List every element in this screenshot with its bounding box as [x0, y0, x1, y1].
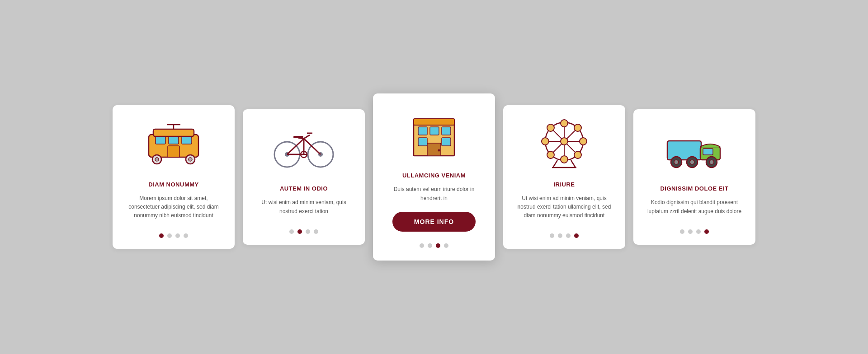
- dot-2: [306, 229, 310, 234]
- svg-line-49: [553, 160, 557, 168]
- dot-2: [175, 233, 180, 238]
- svg-rect-5: [169, 137, 179, 144]
- svg-point-43: [542, 138, 549, 145]
- card-truck-text: Kodio dignissim qui blandit praesent lup…: [644, 198, 745, 215]
- svg-point-46: [574, 124, 581, 131]
- card-tram-dots: [159, 229, 188, 238]
- svg-rect-27: [414, 119, 454, 125]
- bicycle-icon: [272, 123, 335, 172]
- card-tram-title: DIAM NONUMMY: [148, 181, 198, 188]
- tram-icon: [142, 119, 205, 168]
- dot-0: [289, 229, 294, 234]
- card-bicycle-text: Ut wisi enim ad minim veniam, quis nostr…: [254, 198, 354, 215]
- dot-0: [159, 233, 164, 238]
- card-tram: DIAM NONUMMY Morem ipsum dolor sit amet,…: [113, 105, 235, 249]
- dot-1: [167, 233, 172, 238]
- dot-3: [314, 229, 318, 234]
- card-truck: DIGNISSIM DOLOE EIT Kodio dignissim qui …: [633, 109, 755, 244]
- svg-line-50: [571, 160, 576, 168]
- svg-point-34: [438, 149, 440, 152]
- svg-point-60: [709, 160, 714, 164]
- dot-1: [428, 243, 432, 248]
- card-building: ULLAMCING VENIAM Duis autem vel eum iriu…: [373, 93, 495, 260]
- svg-line-20: [304, 135, 310, 139]
- dot-1: [688, 229, 693, 234]
- svg-rect-30: [442, 127, 451, 135]
- svg-point-42: [561, 156, 568, 163]
- dot-2: [696, 229, 701, 234]
- card-building-title: ULLAMCING VENIAM: [402, 172, 466, 179]
- svg-point-40: [561, 138, 568, 145]
- svg-point-56: [674, 160, 679, 164]
- card-ferris: IRIURE Ut wisi enim ad minim veniam, qui…: [503, 105, 625, 249]
- card-truck-title: DIGNISSIM DOLOE EIT: [660, 185, 728, 192]
- svg-point-9: [155, 158, 159, 161]
- svg-point-48: [574, 151, 581, 158]
- svg-rect-54: [703, 149, 713, 155]
- truck-icon: [663, 123, 726, 172]
- building-icon: [402, 110, 466, 159]
- dot-3: [444, 243, 448, 248]
- svg-rect-28: [418, 127, 427, 135]
- svg-rect-31: [418, 138, 427, 146]
- ferris-wheel-icon: [533, 119, 596, 168]
- svg-point-45: [547, 124, 554, 131]
- card-tram-text: Morem ipsum dolor sit amet, consectetuer…: [123, 194, 224, 220]
- cards-container: DIAM NONUMMY Morem ipsum dolor sit amet,…: [85, 75, 783, 278]
- card-bicycle-title: AUTEM IN ODIO: [280, 185, 328, 192]
- dot-1: [297, 229, 302, 234]
- svg-rect-1: [153, 129, 194, 136]
- dot-2: [436, 243, 440, 248]
- card-ferris-dots: [550, 229, 579, 238]
- dot-3: [184, 233, 188, 238]
- svg-point-41: [561, 120, 568, 127]
- dot-1: [558, 233, 562, 238]
- svg-point-58: [690, 160, 694, 164]
- card-ferris-title: IRIURE: [553, 181, 575, 188]
- dot-2: [566, 233, 571, 238]
- svg-rect-23: [293, 136, 303, 138]
- dot-0: [420, 243, 424, 248]
- svg-point-11: [189, 158, 192, 161]
- dot-3: [574, 233, 579, 238]
- svg-rect-4: [156, 137, 165, 144]
- svg-point-47: [547, 151, 554, 158]
- svg-rect-32: [442, 138, 451, 146]
- svg-rect-29: [430, 127, 439, 135]
- more-info-button[interactable]: MORE INFO: [392, 212, 476, 232]
- svg-point-44: [580, 138, 587, 145]
- dot-3: [704, 229, 709, 234]
- svg-rect-6: [182, 137, 192, 144]
- dot-0: [680, 229, 684, 234]
- card-bicycle: AUTEM IN ODIO Ut wisi enim ad minim veni…: [243, 109, 365, 244]
- dot-0: [550, 233, 554, 238]
- svg-rect-52: [667, 141, 701, 160]
- card-ferris-text: Ut wisi enim ad minim veniam, quis nostr…: [514, 194, 614, 220]
- card-truck-dots: [680, 225, 709, 234]
- card-bicycle-dots: [289, 225, 318, 234]
- card-building-text: Duis autem vel eum iriure dolor in hendr…: [384, 185, 484, 202]
- card-building-dots: [420, 239, 448, 248]
- svg-rect-7: [168, 146, 179, 157]
